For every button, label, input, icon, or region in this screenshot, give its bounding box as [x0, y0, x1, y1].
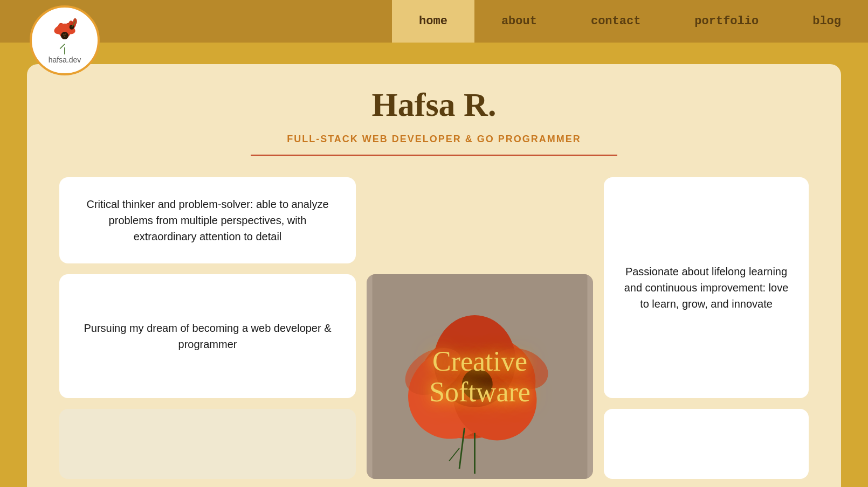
nav-portfolio[interactable]: portfolio — [667, 0, 786, 43]
svg-point-7 — [63, 34, 65, 36]
logo-text: hafsa.dev — [49, 55, 81, 64]
passionate-text: Passionate about lifelong learning and c… — [623, 263, 790, 312]
hero-name: Hafsa R. — [59, 86, 809, 124]
nav-home[interactable]: home — [392, 0, 474, 43]
critical-text: Critical thinker and problem-solver: abl… — [78, 196, 337, 245]
svg-point-6 — [61, 32, 68, 39]
svg-line-1 — [60, 44, 65, 49]
hero-divider — [251, 155, 617, 156]
card-creative-image: Creative Software — [367, 274, 593, 479]
card-bottom-left — [59, 409, 356, 479]
bento-grid: Critical thinker and problem-solver: abl… — [59, 177, 809, 479]
nav-contact[interactable]: contact — [564, 0, 667, 43]
card-pursuing: Pursuing my dream of becoming a web deve… — [59, 274, 356, 398]
card-bottom-right — [604, 409, 809, 479]
nav-blog[interactable]: blog — [786, 0, 868, 43]
nav-links: home about contact portfolio blog — [392, 0, 868, 43]
content-card: Hafsa R. FULL-STACK WEB DEVELOPER & GO P… — [27, 64, 841, 487]
navbar: hafsa.dev home about contact portfolio b… — [0, 0, 868, 43]
logo-flower-icon — [46, 17, 84, 54]
card-passionate: Passionate about lifelong learning and c… — [604, 177, 809, 398]
creative-img-container: Creative Software — [367, 274, 593, 479]
hero-subtitle: FULL-STACK WEB DEVELOPER & GO PROGRAMMER — [59, 134, 809, 145]
main-wrapper: Hafsa R. FULL-STACK WEB DEVELOPER & GO P… — [0, 43, 868, 487]
svg-point-24 — [462, 369, 493, 400]
svg-point-9 — [64, 36, 66, 37]
pursuing-text: Pursuing my dream of becoming a web deve… — [78, 320, 337, 352]
logo[interactable]: hafsa.dev — [30, 5, 100, 75]
svg-point-8 — [65, 33, 66, 35]
nav-about[interactable]: about — [474, 0, 564, 43]
card-critical: Critical thinker and problem-solver: abl… — [59, 177, 356, 263]
creative-bg-svg — [367, 274, 593, 479]
hero-section: Hafsa R. FULL-STACK WEB DEVELOPER & GO P… — [59, 86, 809, 156]
